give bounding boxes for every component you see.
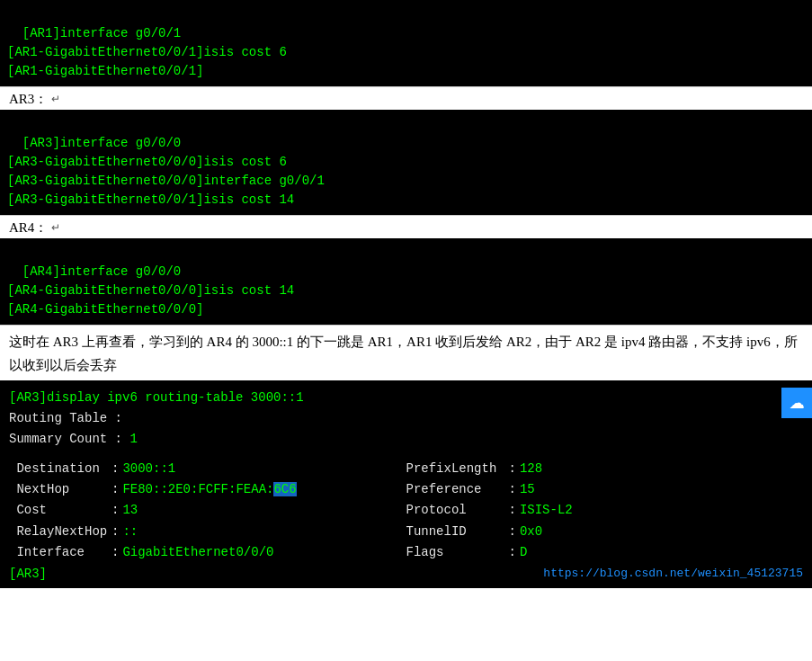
field-name-relaynexthop: RelayNextHop [9,522,108,542]
field-sep-nexthop: : [112,479,119,500]
routing-prompt: [AR3] [9,567,47,581]
field-preference: Preference : 15 [406,479,804,500]
field-interface: Interface : GigabitEthernet0/0/0 [9,542,406,563]
section-label-ar4: AR4： ↵ [0,216,812,238]
field-tunnelid: TunnelID : 0x0 [406,522,804,542]
field-val-preference: 15 [520,479,535,500]
prose-explanation: 这时在 AR3 上再查看，学习到的 AR4 的 3000::1 的下一跳是 AR… [0,326,812,380]
csdn-badge: ☁ [781,388,812,418]
field-sep-interface: : [112,542,119,563]
field-cost: Cost : 13 [9,500,406,521]
field-val-interface: GigabitEthernet0/0/0 [122,542,273,563]
routing-block: ☁ [AR3]display ipv6 routing-table 3000::… [0,380,812,588]
routing-footer: [AR3] https://blog.csdn.net/weixin_45123… [9,567,803,581]
field-sep-relaynexthop: : [112,522,119,542]
field-sep-protocol: : [509,500,516,521]
routing-right-col: PrefixLength : 128 Preference : 15 Proto… [406,459,804,562]
field-relaynexthop: RelayNextHop : :: [9,522,406,542]
field-flags: Flags : D [406,542,804,563]
arrow-ar4: ↵ [51,221,60,235]
field-name-cost: Cost [9,500,108,521]
field-sep-prefixlength: : [509,459,516,479]
csdn-url: https://blog.csdn.net/weixin_45123715 [543,567,803,580]
field-val-nexthop: FE80::2E0:FCFF:FEAA:6C6 [122,479,296,500]
field-destination: Destination : 3000::1 [9,459,406,479]
field-val-relaynexthop: :: [122,522,138,542]
routing-summary-val: 1 [122,432,138,446]
nexthop-highlight: 6C6 [273,482,296,496]
routing-command-text: [AR3]display ipv6 routing-table 3000::1 [9,390,304,405]
label-text-ar4: AR4： [9,219,48,237]
terminal-line: [AR1]interface g0/0/1 [AR1-GigabitEthern… [7,26,287,78]
field-protocol: Protocol : ISIS-L2 [406,500,804,521]
terminal-ar1: [AR1]interface g0/0/1 [AR1-GigabitEthern… [0,0,812,86]
field-val-protocol: ISIS-L2 [520,500,573,521]
prose-text: 这时在 AR3 上再查看，学习到的 AR4 的 3000::1 的下一跳是 AR… [9,335,798,372]
field-name-prefixlength: PrefixLength [406,459,505,479]
routing-header-info: Routing Table : Summary Count : 1 [9,408,803,450]
routing-summary-label: Summary Count : [9,432,122,446]
field-sep-tunnelid: : [509,522,516,542]
field-val-destination: 3000::1 [122,459,175,479]
field-name-flags: Flags [406,542,505,563]
field-name-protocol: Protocol [406,500,505,521]
routing-command: [AR3]display ipv6 routing-table 3000::1 [9,388,803,408]
terminal-ar3: [AR3]interface g0/0/0 [AR3-GigabitEthern… [0,110,812,215]
field-nexthop: NextHop : FE80::2E0:FCFF:FEAA:6C6 [9,479,406,500]
field-name-destination: Destination [9,459,108,479]
field-sep-flags: : [509,542,516,563]
arrow-ar3: ↵ [51,93,60,106]
routing-table-label: Routing Table : [9,411,122,425]
section-label-ar3: AR3： ↵ [0,87,812,110]
field-val-cost: 13 [122,500,138,521]
field-val-prefixlength: 128 [520,459,542,479]
field-name-tunnelid: TunnelID [406,522,505,542]
field-name-preference: Preference [406,479,505,500]
field-val-tunnelid: 0x0 [520,522,542,542]
routing-fields: Destination : 3000::1 NextHop : FE80::2E… [9,459,803,562]
field-sep-destination: : [112,459,119,479]
terminal-line: [AR4]interface g0/0/0 [AR4-GigabitEthern… [7,264,294,317]
field-name-interface: Interface [9,542,108,563]
badge-icon: ☁ [790,395,804,412]
field-name-nexthop: NextHop [9,479,108,500]
spacer [9,450,803,455]
field-sep-cost: : [112,500,119,521]
field-val-flags: D [520,542,527,563]
terminal-ar4: [AR4]interface g0/0/0 [AR4-GigabitEthern… [0,238,812,325]
field-sep-preference: : [509,479,516,500]
label-text-ar3: AR3： [9,91,48,108]
terminal-line: [AR3]interface g0/0/0 [AR3-GigabitEthern… [7,136,325,207]
routing-left-col: Destination : 3000::1 NextHop : FE80::2E… [9,459,406,562]
field-prefixlength: PrefixLength : 128 [406,459,804,479]
